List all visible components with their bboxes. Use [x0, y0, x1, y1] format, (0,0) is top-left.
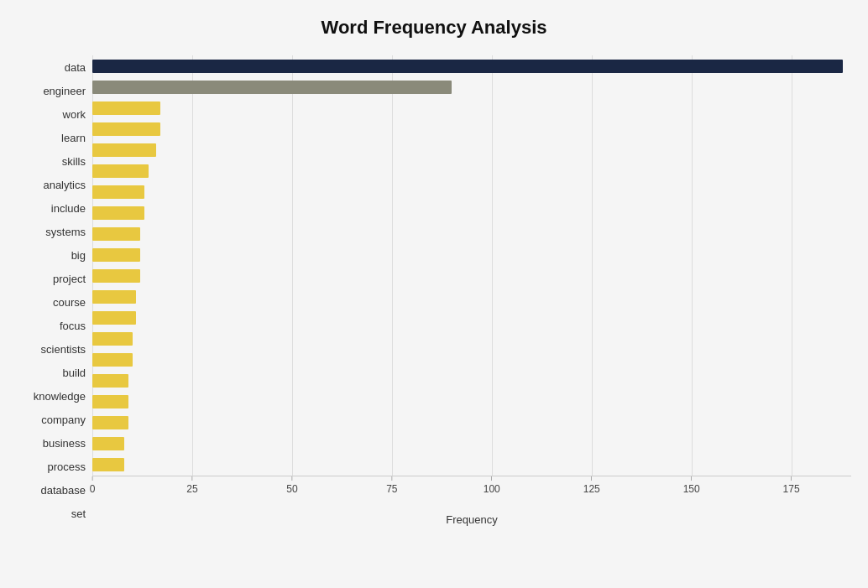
y-label-systems: systems	[45, 226, 86, 237]
bar-skills	[92, 143, 156, 157]
y-label-include: include	[51, 203, 86, 214]
chart-title: Word Frequency Analysis	[17, 17, 851, 39]
x-tick-25: 25	[186, 476, 197, 495]
bar-row-company	[92, 373, 851, 388]
bar-focus	[92, 290, 136, 304]
x-tick-150: 150	[683, 476, 700, 495]
bar-learn	[92, 122, 160, 136]
bar-include	[92, 185, 144, 199]
x-tick-label-175: 175	[783, 483, 800, 495]
y-label-learn: learn	[61, 133, 86, 143]
x-tick-label-150: 150	[683, 483, 700, 495]
bar-data	[92, 60, 843, 73]
x-tick-label-100: 100	[484, 483, 500, 495]
bar-company	[92, 374, 128, 388]
bar-row-business	[92, 394, 851, 409]
bar-build	[92, 332, 133, 346]
bar-analytics	[92, 164, 149, 178]
bar-row-skills	[92, 143, 851, 158]
bar-work	[92, 101, 160, 115]
bar-row-process	[92, 415, 851, 430]
x-axis: 0255075100125150175	[92, 476, 851, 509]
x-tick-label-0: 0	[90, 483, 96, 495]
bar-course	[92, 269, 140, 283]
x-tick-label-50: 50	[286, 483, 297, 495]
x-tick-line-0	[92, 476, 93, 481]
x-tick-line-75	[391, 476, 392, 481]
x-tick-line-50	[291, 476, 292, 481]
bars-and-xaxis: 0255075100125150175 Frequency	[92, 55, 851, 526]
bar-systems	[92, 206, 144, 220]
x-tick-175: 175	[783, 476, 800, 495]
bars-area	[92, 55, 851, 476]
x-tick-line-150	[691, 476, 692, 481]
y-label-business: business	[43, 438, 86, 449]
bar-scientists	[92, 311, 136, 325]
bar-row-engineer	[92, 80, 851, 95]
bar-row-focus	[92, 289, 851, 304]
y-label-analytics: analytics	[43, 180, 86, 190]
y-label-project: project	[53, 273, 86, 284]
x-tick-label-125: 125	[583, 483, 600, 495]
bar-business	[92, 395, 128, 408]
bar-row-big	[92, 226, 851, 242]
bar-row-include	[92, 185, 851, 200]
bar-project	[92, 248, 140, 262]
y-label-engineer: engineer	[43, 86, 86, 96]
bar-row-analytics	[92, 164, 851, 179]
bar-process	[92, 416, 128, 429]
bar-row-learn	[92, 122, 851, 137]
bar-row-work	[92, 101, 851, 116]
bar-row-data	[92, 59, 851, 74]
y-labels: dataengineerworklearnskillsanalyticsincl…	[17, 55, 92, 526]
y-label-data: data	[65, 62, 86, 73]
x-tick-label-75: 75	[386, 483, 397, 495]
y-label-company: company	[41, 414, 86, 425]
y-label-big: big	[71, 250, 86, 261]
chart-area: dataengineerworklearnskillsanalyticsincl…	[17, 55, 851, 526]
bars-inner	[92, 55, 851, 476]
bar-row-course	[92, 268, 851, 284]
y-label-set: set	[71, 508, 86, 519]
x-axis-title: Frequency	[92, 513, 851, 526]
x-tick-0: 0	[90, 476, 96, 495]
x-tick-line-100	[491, 476, 492, 481]
y-label-course: course	[53, 297, 86, 308]
x-tick-line-125	[591, 476, 592, 481]
y-label-focus: focus	[60, 320, 86, 331]
x-tick-125: 125	[583, 476, 600, 495]
y-label-skills: skills	[62, 156, 86, 167]
bar-database	[92, 437, 124, 450]
bar-row-database	[92, 436, 851, 451]
y-label-process: process	[47, 461, 86, 472]
y-label-scientists: scientists	[41, 344, 86, 355]
x-tick-100: 100	[484, 476, 500, 495]
y-label-knowledge: knowledge	[34, 391, 86, 402]
x-tick-line-25	[191, 476, 192, 481]
bar-row-scientists	[92, 310, 851, 325]
bar-row-project	[92, 247, 851, 263]
y-label-build: build	[63, 367, 86, 378]
bar-engineer	[92, 81, 452, 94]
bar-knowledge	[92, 353, 133, 367]
bar-row-systems	[92, 206, 851, 221]
x-tick-line-175	[791, 476, 792, 481]
bar-row-knowledge	[92, 352, 851, 367]
x-tick-label-25: 25	[186, 483, 197, 495]
chart-container: Word Frequency Analysis dataengineerwork…	[0, 0, 868, 588]
y-label-database: database	[41, 485, 86, 496]
x-tick-50: 50	[286, 476, 297, 495]
x-tick-75: 75	[386, 476, 397, 495]
bar-set	[92, 458, 124, 471]
bar-big	[92, 227, 140, 241]
bar-row-set	[92, 457, 851, 472]
y-label-work: work	[63, 109, 86, 120]
bar-row-build	[92, 331, 851, 346]
